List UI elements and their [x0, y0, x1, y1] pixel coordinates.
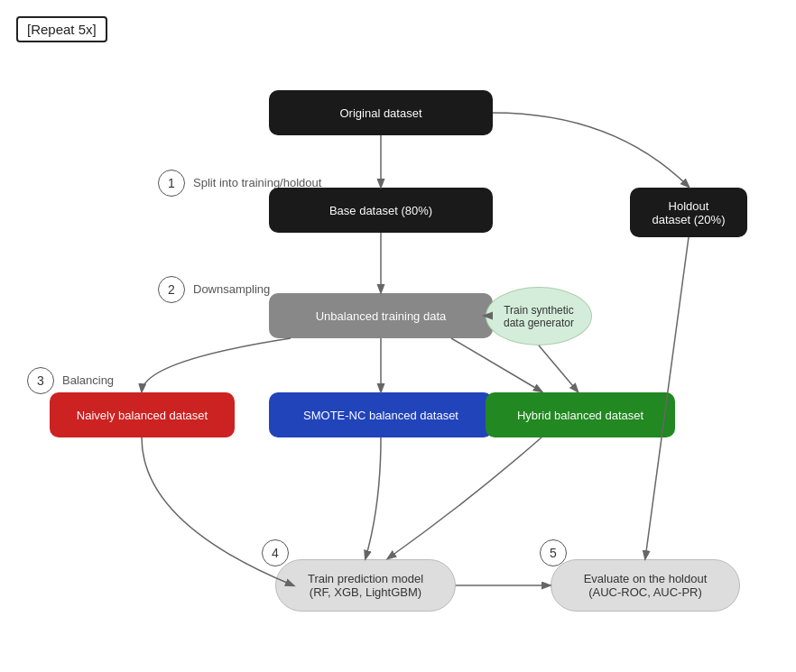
step-3-number: 3	[37, 373, 44, 388]
step-2-circle: 2	[158, 276, 185, 303]
svg-line-5	[451, 338, 541, 391]
unbalanced-training-node: Unbalanced training data	[269, 293, 493, 338]
hybrid-balanced-node: Hybrid balanced dataset	[486, 392, 675, 437]
base-dataset-node: Base dataset (80%)	[269, 188, 493, 233]
step-3-label: Balancing	[62, 373, 114, 387]
evaluate-holdout-node: Evaluate on the holdout (AUC-ROC, AUC-PR…	[551, 559, 740, 612]
step-4-number: 4	[272, 546, 279, 560]
train-synthetic-node: Train synthetic data generator	[486, 287, 592, 345]
holdout-dataset-node: Holdout dataset (20%)	[630, 188, 747, 237]
step-1-circle: 1	[158, 170, 185, 197]
step-1-number: 1	[168, 176, 175, 190]
step-5-number: 5	[550, 546, 557, 560]
train-prediction-node: Train prediction model (RF, XGB, LightGB…	[275, 559, 456, 612]
step-2-number: 2	[168, 282, 175, 297]
original-dataset-node: Original dataset	[269, 90, 493, 135]
step-3-circle: 3	[27, 367, 54, 394]
svg-line-3	[539, 345, 578, 391]
step-4-circle: 4	[262, 539, 289, 566]
smote-balanced-node: SMOTE-NC balanced dataset	[269, 392, 493, 437]
repeat-label: [Repeat 5x]	[16, 16, 107, 42]
step-2-label: Downsampling	[193, 282, 270, 296]
naively-balanced-node: Naively balanced dataset	[50, 392, 235, 437]
